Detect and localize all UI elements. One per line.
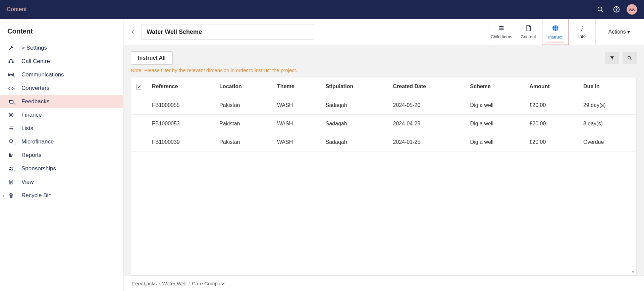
- cell-location: Pakistan: [215, 133, 272, 151]
- tab-content[interactable]: Content: [515, 19, 542, 45]
- svg-rect-8: [10, 101, 13, 104]
- cell-reference: FB1000039: [147, 133, 215, 151]
- sidebar-item-sponsorships[interactable]: ∷Sponsorships: [0, 162, 123, 175]
- cell-reference: FB1000055: [147, 96, 215, 114]
- tab-label: Content: [521, 34, 536, 39]
- main: Child itemsContentInstructiInfo Actions …: [123, 19, 644, 291]
- back-button[interactable]: [130, 29, 136, 35]
- headset-icon: ∷: [7, 58, 15, 64]
- column-header[interactable]: Theme: [272, 77, 321, 96]
- page-title-input[interactable]: [142, 24, 314, 40]
- svg-rect-29: [499, 26, 504, 27]
- svg-line-36: [630, 59, 631, 60]
- globe-pin-icon: ∷: [7, 139, 15, 145]
- tab-label: Info: [578, 34, 586, 39]
- sidebar-item-label: Reports: [21, 152, 42, 159]
- sidebar-item-label: View: [21, 179, 34, 185]
- sidebar-title: Content: [0, 19, 123, 41]
- breadcrumb-link[interactable]: Water Well: [162, 281, 187, 286]
- cell-scheme: Dig a well: [466, 114, 525, 133]
- sidebar-item-label: Recycle Bin: [21, 192, 52, 199]
- table-row[interactable]: FB1000055PakistanWASHSadaqah2024-05-20Di…: [131, 96, 636, 114]
- cell-scheme: Dig a well: [466, 133, 525, 151]
- cell-stipulation: Sadaqah: [321, 96, 388, 114]
- sidebar-item-label: Finance: [21, 112, 42, 118]
- page-icon: [525, 24, 532, 33]
- table-wrap: ✓ReferenceLocationThemeStipulationCreate…: [131, 77, 637, 276]
- svg-line-1: [601, 10, 603, 12]
- sidebar-item-label: Converters: [21, 85, 49, 92]
- topbar: Content AA: [0, 0, 644, 19]
- svg-rect-30: [499, 28, 504, 28]
- svg-rect-14: [10, 128, 13, 129]
- tree-icon: [498, 24, 505, 33]
- sidebar-item-finance[interactable]: £∷Finance: [0, 108, 123, 122]
- column-header[interactable]: Scheme: [466, 77, 525, 96]
- avatar[interactable]: AA: [627, 4, 637, 15]
- main-header: Child itemsContentInstructiInfo Actions …: [123, 19, 644, 45]
- svg-point-22: [11, 167, 13, 169]
- column-header[interactable]: Reference: [147, 77, 215, 96]
- sidebar-item-call-centre[interactable]: ∷Call Centre: [0, 55, 123, 68]
- breadcrumb-link[interactable]: Feedbacks: [132, 281, 157, 286]
- cell-amount: £20.00: [525, 133, 579, 151]
- chevron-down-icon: ▾: [627, 29, 630, 35]
- cell-reference: FB1000053: [147, 114, 215, 133]
- help-icon[interactable]: [610, 3, 623, 15]
- sidebar-item-microfinance[interactable]: ∷Microfinance: [0, 135, 123, 149]
- column-header[interactable]: Stipulation: [321, 77, 388, 96]
- cell-theme: WASH: [272, 133, 321, 151]
- tab-label: Instruct: [548, 35, 562, 40]
- sidebar-item-view[interactable]: ∷View: [0, 175, 123, 189]
- search-icon[interactable]: [594, 3, 606, 15]
- code-icon: <·>∷: [7, 85, 15, 91]
- sidebar-item-label: > Settings: [21, 45, 47, 51]
- column-header[interactable]: Location: [215, 77, 272, 96]
- sidebar-item-label: Call Centre: [21, 58, 50, 65]
- sidebar-item-label: Microfinance: [21, 138, 54, 145]
- coin-icon: £∷: [7, 112, 15, 118]
- tab-instruct[interactable]: Instruct: [542, 19, 569, 45]
- instruct-all-button[interactable]: Instruct All: [131, 51, 173, 65]
- cell-amount: £20.00: [525, 114, 579, 133]
- actions-dropdown[interactable]: Actions ▾: [601, 29, 637, 35]
- svg-rect-18: [9, 154, 10, 157]
- sidebar-item-communications[interactable]: ∷Communications: [0, 68, 123, 81]
- column-header[interactable]: Due In: [579, 77, 636, 96]
- column-header[interactable]: Amount: [525, 77, 579, 96]
- tab-child-items[interactable]: Child items: [488, 19, 515, 45]
- search-icon: [627, 55, 632, 61]
- svg-rect-4: [9, 62, 10, 63]
- column-header[interactable]: Created Date: [388, 77, 465, 96]
- sidebar-item-recycle-bin[interactable]: Recycle Bin: [0, 189, 123, 202]
- svg-point-17: [10, 139, 13, 142]
- sidebar-item--settings[interactable]: ∷> Settings: [0, 41, 123, 55]
- tab-info[interactable]: iInfo: [569, 19, 596, 45]
- sidebar-item-reports[interactable]: ∷Reports: [0, 149, 123, 162]
- filter-icon: [609, 55, 615, 61]
- broadcast-icon: ∷: [7, 72, 15, 78]
- svg-rect-19: [10, 154, 11, 157]
- cell-theme: WASH: [272, 96, 321, 114]
- svg-rect-20: [11, 154, 13, 157]
- cell-due: Overdue: [579, 133, 636, 151]
- svg-point-0: [598, 7, 602, 11]
- feedback-table: ✓ReferenceLocationThemeStipulationCreate…: [131, 77, 636, 152]
- search-button[interactable]: [623, 52, 637, 64]
- filter-button[interactable]: [605, 52, 619, 64]
- sidebar-item-label: Communications: [21, 71, 64, 78]
- breadcrumb-current: Care Compass: [192, 281, 225, 286]
- sidebar: Content ∷> Settings∷Call Centre∷Communic…: [0, 19, 123, 291]
- svg-point-35: [628, 56, 631, 59]
- sidebar-item-label: Sponsorships: [21, 165, 56, 172]
- scroll-hint: ▼: [631, 270, 635, 274]
- svg-rect-16: [10, 130, 13, 130]
- layers-icon: ∷: [7, 99, 15, 105]
- table-row[interactable]: FB1000039PakistanWASHSadaqah2024-01-25Di…: [131, 133, 636, 151]
- table-row[interactable]: FB1000053PakistanWASHSadaqah2024-04-29Di…: [131, 114, 636, 133]
- svg-rect-12: [10, 127, 13, 127]
- select-all-checkbox[interactable]: ✓: [136, 84, 142, 90]
- sidebar-item-lists[interactable]: ∷Lists: [0, 122, 123, 135]
- sidebar-item-converters[interactable]: <·>∷Converters: [0, 81, 123, 95]
- sidebar-item-feedbacks[interactable]: ∷Feedbacks: [0, 95, 123, 108]
